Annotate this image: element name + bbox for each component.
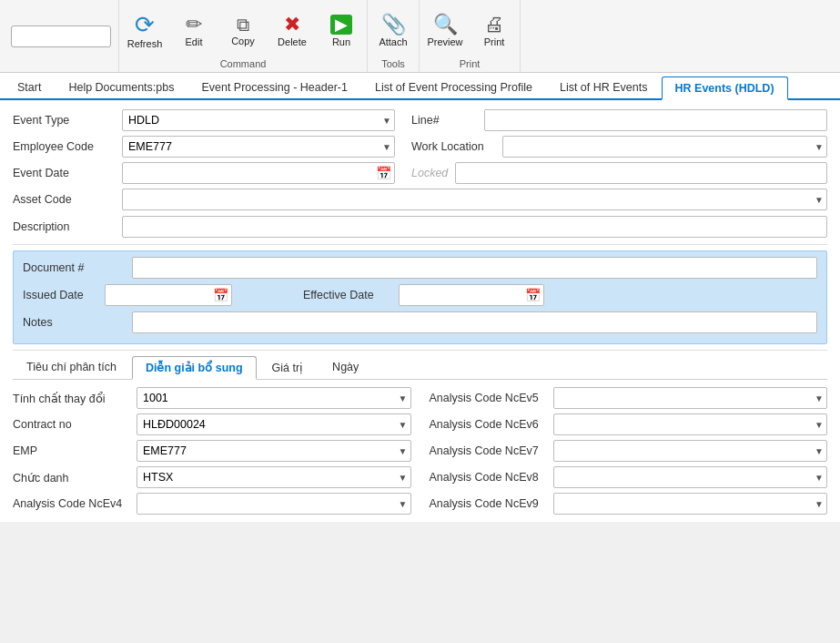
attach-icon: 📎: [381, 15, 406, 35]
notes-input[interactable]: [132, 311, 817, 333]
delete-icon: ✖: [284, 15, 300, 35]
search-input[interactable]: [11, 26, 111, 47]
ncev8-row: Analysis Code NcEv8 ▼: [430, 466, 828, 488]
emp-row: EMP EME777 ▼: [13, 440, 411, 462]
employee-code-select[interactable]: EME777: [122, 136, 395, 158]
issued-date-calendar-icon[interactable]: 📅: [213, 288, 228, 302]
document-label: Document #: [23, 261, 132, 274]
tab-help[interactable]: Help Documents:pbs: [55, 75, 187, 98]
document-input[interactable]: QĐ 0492: [132, 257, 817, 279]
copy-label: Copy: [231, 36, 255, 46]
asset-code-select[interactable]: [122, 189, 827, 210]
contract-no-select[interactable]: HLĐD00024: [137, 413, 411, 435]
refresh-icon: ⟳: [135, 13, 155, 36]
event-date-label: Event Date: [13, 167, 122, 179]
preview-icon: 🔍: [433, 15, 458, 35]
inner-tabs: Tiêu chí phân tích Diễn giải bổ sung Giá…: [13, 356, 827, 380]
edit-label: Edit: [186, 36, 203, 47]
dates-row: Issued Date 20/04/2013 📅 Effective Date …: [23, 284, 817, 306]
print-button[interactable]: 🖨 Print: [471, 4, 518, 56]
notes-row: Notes: [23, 311, 817, 334]
ncev4-label: Analysis Code NcEv4: [13, 497, 131, 510]
ncev4-select[interactable]: [137, 493, 411, 515]
line-label: Line#: [411, 114, 484, 127]
description-label: Description: [13, 220, 122, 233]
ncev7-select[interactable]: [553, 440, 828, 462]
section-divider-1: [13, 244, 827, 245]
line-col: Line# 1: [411, 109, 827, 131]
preview-button[interactable]: 🔍 Preview: [421, 4, 469, 56]
inner-tab-ngay[interactable]: Ngày: [319, 356, 372, 379]
locked-input[interactable]: [455, 162, 827, 184]
work-location-select[interactable]: [502, 136, 827, 158]
employee-code-label: Employee Code: [13, 140, 122, 153]
ncev5-label: Analysis Code NcEv5: [430, 392, 548, 404]
event-type-select-wrap: HDLD ▼: [122, 109, 395, 131]
refresh-button[interactable]: ⟳ Refresh: [121, 4, 168, 56]
section-divider-2: [13, 350, 827, 351]
ncev5-select[interactable]: [553, 387, 828, 409]
edit-button[interactable]: ✏ Edit: [170, 4, 218, 56]
contract-no-label: Contract no: [13, 418, 131, 431]
inner-tab-tieu-chi[interactable]: Tiêu chí phân tích: [13, 356, 130, 379]
employee-code-select-wrap: EME777 ▼: [122, 136, 395, 158]
event-date-input[interactable]: 20/04/2013: [122, 162, 395, 184]
tools-group: 📎 Attach Tools: [368, 0, 420, 72]
print-group: 🔍 Preview 🖨 Print Print: [420, 0, 521, 72]
tab-list-event[interactable]: List of Event Processing Profile: [361, 75, 546, 98]
nav-tabs: Start Help Documents:pbs Event Processin…: [0, 73, 840, 100]
ncev6-select-wrap: ▼: [553, 413, 828, 435]
ncev7-row: Analysis Code NcEv7 ▼: [430, 440, 828, 462]
event-date-col: Event Date 20/04/2013 📅: [13, 162, 395, 184]
inner-tab-gia-tri[interactable]: Giá trị: [258, 356, 318, 379]
emp-label: EMP: [13, 444, 131, 457]
asset-code-label: Asset Code: [13, 193, 122, 206]
tab-list-hr[interactable]: List of HR Events: [546, 75, 662, 98]
chuc-danh-select[interactable]: HTSX: [137, 466, 411, 488]
description-row: Description Ký hợp đồng lao động mới: [13, 215, 827, 239]
edit-icon: ✏: [186, 15, 202, 35]
analysis-right: Analysis Code NcEv5 ▼ Analysis Code NcEv…: [430, 387, 828, 515]
notes-label: Notes: [23, 316, 132, 329]
work-location-col: Work Location ▼: [411, 136, 827, 158]
delete-button[interactable]: ✖ Delete: [268, 4, 316, 56]
emp-select[interactable]: EME777: [137, 440, 411, 462]
event-type-row: Event Type HDLD ▼ Line# 1: [13, 109, 827, 131]
document-section: Document # QĐ 0492 Issued Date 20/04/201…: [13, 250, 827, 344]
delete-label: Delete: [278, 36, 307, 47]
employee-row: Employee Code EME777 ▼ Work Location ▼: [13, 136, 827, 158]
line-input[interactable]: 1: [484, 109, 827, 131]
attach-button[interactable]: 📎 Attach: [369, 4, 417, 56]
description-input[interactable]: Ký hợp đồng lao động mới: [122, 216, 827, 238]
ncev6-row: Analysis Code NcEv6 ▼: [430, 413, 828, 435]
attach-label: Attach: [379, 36, 407, 47]
effective-date-label: Effective Date: [303, 289, 399, 301]
ncev4-row: Analysis Code NcEv4 ▼: [13, 493, 411, 515]
tab-event-processing[interactable]: Event Processing - Header-1: [187, 75, 361, 98]
tab-hr-events[interactable]: HR Events (HDLD): [662, 77, 788, 100]
work-location-label: Work Location: [411, 140, 502, 153]
copy-button[interactable]: ⧉ Copy: [219, 4, 267, 56]
ncev8-select[interactable]: [553, 466, 828, 488]
print-icon: 🖨: [484, 15, 504, 35]
tinh-chat-select[interactable]: 1001: [137, 387, 411, 409]
ncev6-select[interactable]: [553, 413, 828, 435]
ncev9-select[interactable]: [553, 493, 828, 515]
event-type-select[interactable]: HDLD: [122, 109, 395, 131]
event-date-calendar-icon[interactable]: 📅: [376, 166, 391, 180]
effective-date-calendar-icon[interactable]: 📅: [525, 288, 541, 302]
chuc-danh-label: Chức danh: [13, 471, 131, 485]
run-label: Run: [332, 36, 350, 47]
chuc-danh-select-wrap: HTSX ▼: [137, 466, 411, 488]
tab-start[interactable]: Start: [4, 75, 55, 98]
locked-label: Locked: [411, 167, 448, 179]
asset-code-select-wrap: ▼: [122, 189, 827, 210]
toolbar: ⟳ Refresh ✏ Edit ⧉ Copy ✖ Delete ▶ Run C…: [0, 0, 840, 73]
employee-code-col: Employee Code EME777 ▼: [13, 136, 395, 158]
inner-tab-dien-giai[interactable]: Diễn giải bổ sung: [132, 356, 257, 380]
document-row: Document # QĐ 0492: [23, 256, 817, 280]
effective-date-input[interactable]: 26/04/2013: [399, 284, 544, 306]
notes-field: [132, 311, 817, 333]
run-button[interactable]: ▶ Run: [318, 4, 365, 56]
ncev8-select-wrap: ▼: [553, 466, 828, 488]
